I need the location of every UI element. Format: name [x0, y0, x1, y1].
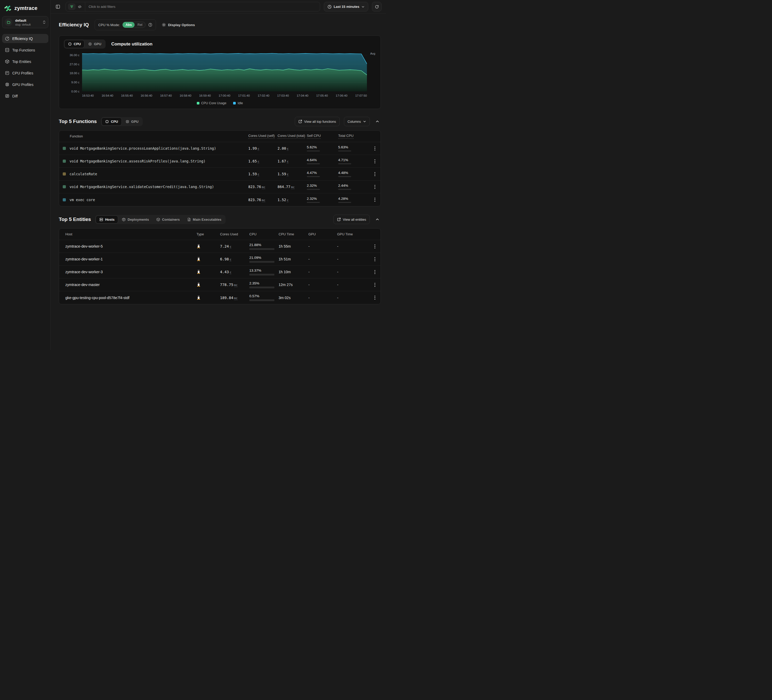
- row-menu-button[interactable]: [373, 183, 377, 191]
- display-options-button[interactable]: Display Options: [162, 23, 195, 27]
- filter-input[interactable]: [85, 5, 320, 9]
- view-all-entities-button[interactable]: View all entities: [334, 215, 370, 224]
- time-range-button[interactable]: Last 15 minutes: [324, 2, 368, 11]
- legend-item[interactable]: Idle: [233, 101, 243, 105]
- chart-plot[interactable]: Avg: [82, 52, 367, 91]
- entity-row[interactable]: zymtrace-dev-worker-5 7.24c 21.88% 1h 55…: [59, 240, 381, 253]
- function-row[interactable]: void MortgageBankingService.validateCust…: [59, 181, 381, 193]
- view-all-top-functions-button[interactable]: View all top functions: [295, 117, 340, 126]
- legend-label: Idle: [237, 101, 243, 105]
- collapse-functions-button[interactable]: [374, 118, 381, 125]
- package-icon: [122, 217, 126, 222]
- row-menu-button[interactable]: [373, 294, 377, 301]
- entities-tab-deployments[interactable]: Deployments: [118, 216, 152, 224]
- host-name: zymtrace-dev-worker-3: [65, 270, 196, 274]
- entities-tab-main-executables[interactable]: Main Executables: [184, 216, 225, 224]
- x-axis-label: 17:01:40: [238, 94, 250, 97]
- entities-tab-hosts[interactable]: Hosts: [96, 216, 118, 224]
- entity-row[interactable]: zymtrace-dev-master 778.75mc 2.35% 12m 2…: [59, 279, 381, 291]
- functions-tab-gpu[interactable]: GPU: [122, 118, 142, 126]
- cpu-time-cell: 3m 02s: [279, 296, 308, 300]
- row-menu-button[interactable]: [373, 196, 377, 203]
- chart-tab-gpu[interactable]: GPU: [85, 40, 105, 48]
- legend-item[interactable]: CPU Core Usage: [197, 101, 227, 105]
- columns-button[interactable]: Columns: [344, 117, 370, 126]
- brand-logo[interactable]: zymtrace: [2, 4, 48, 16]
- function-row[interactable]: void MortgageBankingService.processLoanA…: [59, 142, 381, 155]
- gpu-time-cell: -: [337, 244, 369, 248]
- os-type-cell: [196, 243, 220, 250]
- col-self-cpu[interactable]: Self CPU: [307, 134, 321, 139]
- folder-icon: [7, 20, 11, 24]
- cores-used-self-cell: 823.76mc: [248, 198, 278, 202]
- view-all-top-functions-label: View all top functions: [304, 120, 336, 124]
- cores-used-total-cell: 1.67c: [278, 159, 307, 163]
- chevron-down-icon: [363, 120, 366, 123]
- col-total-cpu[interactable]: Total CPU: [338, 134, 353, 139]
- chart-tab-cpu-label: CPU: [74, 42, 81, 46]
- sidebar-item-cpu-profiles[interactable]: CPU Profiles: [2, 69, 48, 78]
- diff-arrows-icon: [5, 94, 10, 98]
- mode-abs-option[interactable]: Abs: [123, 22, 134, 28]
- row-menu-button[interactable]: [373, 171, 377, 178]
- cpu-time-cell: 1h 51m: [279, 257, 308, 261]
- x-axis-label: 17:04:40: [297, 94, 308, 97]
- chart-tab-cpu[interactable]: CPU: [65, 40, 84, 48]
- linux-penguin-icon: [196, 243, 201, 248]
- cores-used-cell: 4.43c: [220, 270, 249, 274]
- sidebar-item-top-functions[interactable]: Top Functions: [2, 46, 48, 55]
- row-menu-button[interactable]: [373, 256, 377, 263]
- sidebar-item-label: Efficiency IQ: [12, 37, 33, 41]
- entities-tabs: Hosts Deployments Containers Main Execut…: [95, 215, 226, 224]
- entity-row[interactable]: zymtrace-dev-worker-1 6.98c 21.09% 1h 51…: [59, 253, 381, 266]
- help-icon[interactable]: [148, 23, 152, 27]
- chart-legend: CPU Core UsageIdle: [64, 101, 376, 106]
- project-slug: slug: default: [15, 23, 40, 26]
- entity-row[interactable]: gke-gpu-testing-cpu-pool-d578e7f4-stdf 1…: [59, 291, 381, 304]
- external-link-icon: [337, 217, 341, 221]
- chevron-up-icon: [376, 120, 379, 123]
- x-axis-label: 17:05:40: [316, 94, 328, 97]
- mode-rel-option[interactable]: Rel: [134, 22, 145, 28]
- sidebar-toggle-button[interactable]: [54, 3, 62, 11]
- row-menu-button[interactable]: [373, 243, 377, 250]
- x-axis: 16:53:4016:54:4016:55:4016:56:4016:57:40…: [82, 94, 376, 97]
- filter-mode-code-button[interactable]: [77, 5, 83, 9]
- linux-penguin-icon: [196, 282, 201, 287]
- server-icon: [99, 217, 103, 222]
- y-axis-label: 18.00 c: [70, 72, 79, 75]
- row-menu-button[interactable]: [373, 269, 377, 276]
- project-selector[interactable]: default slug: default: [2, 16, 48, 28]
- sidebar-item-top-entities[interactable]: Top Entities: [2, 57, 48, 66]
- self-cpu-cell: 4.64%: [307, 158, 338, 164]
- row-menu-button[interactable]: [373, 281, 377, 288]
- chart-title: Compute utilization: [111, 42, 153, 47]
- sidebar-item-gpu-profiles[interactable]: GPU Profiles: [2, 80, 48, 89]
- functions-tab-cpu[interactable]: CPU: [101, 118, 121, 126]
- gpu-time-cell: -: [337, 257, 369, 261]
- entity-row[interactable]: zymtrace-dev-worker-3 4.43c 13.37% 1h 10…: [59, 266, 381, 279]
- sidebar-item-diff[interactable]: Diff: [2, 91, 48, 101]
- col-cores-total[interactable]: Cores Used (total): [278, 134, 305, 139]
- row-menu-button[interactable]: [373, 158, 377, 165]
- row-menu-button[interactable]: [373, 145, 377, 152]
- collapse-entities-button[interactable]: [374, 216, 381, 223]
- sidebar-item-efficiency-iq[interactable]: Efficiency IQ: [2, 34, 48, 43]
- function-color-chip: [63, 147, 66, 150]
- col-cores-self[interactable]: Cores Used (self): [248, 134, 275, 139]
- time-range-label: Last 15 minutes: [334, 5, 359, 9]
- function-row[interactable]: void MortgageBankingService.assessRiskPr…: [59, 155, 381, 168]
- entities-table-header: Host Type Cores Used CPU CPU Time GPU GP…: [59, 228, 381, 240]
- filter-mode-visual-button[interactable]: [68, 3, 75, 10]
- cpu-chip-icon: [68, 42, 72, 46]
- function-row[interactable]: vm_exec_core 823.76mc 1.52c 2.32% 4.28%: [59, 193, 381, 206]
- linux-penguin-icon: [196, 256, 201, 261]
- gpu-cell: -: [308, 270, 337, 274]
- refresh-button[interactable]: [372, 2, 381, 11]
- chevron-up-icon: [376, 217, 379, 221]
- avg-label: Avg: [370, 52, 375, 55]
- function-row[interactable]: calculateRate 1.59c 1.59c 4.47% 4.48%: [59, 168, 381, 181]
- entities-tab-containers[interactable]: Containers: [153, 216, 183, 224]
- host-name: zymtrace-dev-worker-1: [65, 257, 196, 261]
- x-axis-label: 16:56:40: [141, 94, 152, 97]
